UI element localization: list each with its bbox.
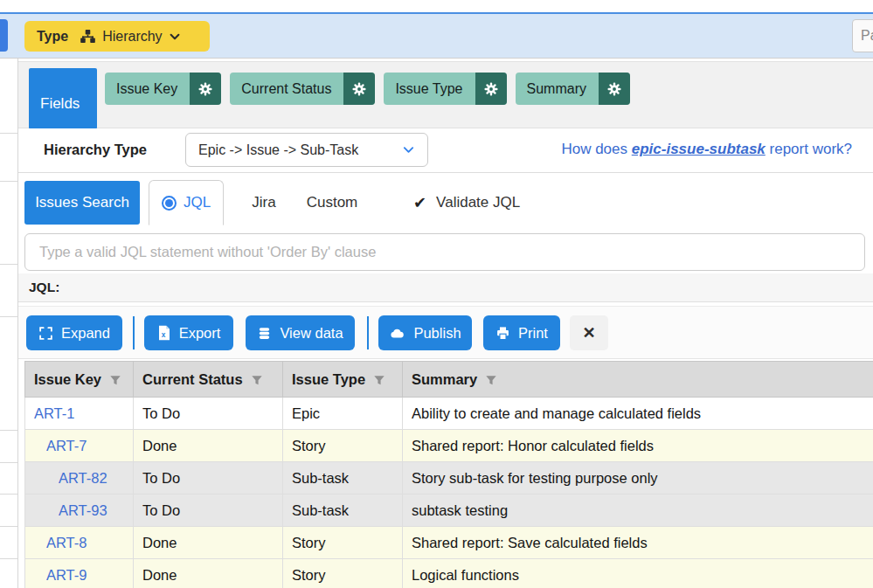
field-chip-issue-key[interactable]: Issue Key (105, 73, 221, 105)
tab-jira[interactable]: Jira (239, 177, 289, 227)
left-panel-row-divider (0, 558, 17, 559)
issues-search-button[interactable]: Issues Search (24, 181, 140, 225)
issue-type-cell: Story (283, 430, 403, 462)
field-chip-summary[interactable]: Summary (516, 73, 630, 105)
table-row: ART-1To DoEpicAbility to create and mana… (25, 398, 873, 430)
issue-key-link[interactable]: ART-1 (34, 405, 74, 421)
view-data-button[interactable]: View data (246, 315, 355, 350)
type-label: Type (37, 29, 68, 45)
toolbar-separator (367, 316, 369, 349)
type-value: Hierarchy (102, 29, 162, 45)
type-toolbar: Type Hierarchy Pa (0, 14, 873, 59)
field-settings-button[interactable] (475, 73, 507, 105)
fields-section: Fields Issue Key Current Status Issue Ty… (18, 61, 873, 128)
issue-type-cell: Sub-task (283, 462, 403, 495)
column-header-summary[interactable]: Summary (403, 362, 873, 398)
print-button[interactable]: Print (483, 315, 560, 350)
view-data-label: View data (280, 325, 343, 342)
left-panel-row-divider (0, 494, 17, 495)
status-cell: To Do (134, 398, 283, 430)
issue-key-cell: ART-8 (25, 527, 134, 559)
field-chip-label: Current Status (230, 73, 343, 105)
validate-jql-button[interactable]: ✔ Validate JQL (413, 177, 520, 227)
column-header-issue-key[interactable]: Issue Key (25, 362, 134, 398)
issue-key-cell: ART-9 (25, 559, 134, 588)
status-cell: Done (134, 430, 283, 462)
field-chip-issue-type[interactable]: Issue Type (384, 73, 506, 105)
help-keyword: epic-issue-subtask (632, 141, 766, 157)
page-button-label: Pa (861, 28, 873, 44)
left-panel-row-divider (0, 181, 17, 182)
field-settings-button[interactable] (190, 73, 221, 105)
top-margin (0, 0, 873, 12)
field-chip-label: Issue Key (105, 73, 190, 105)
report-help-link[interactable]: How does epic-issue-subtask report work? (561, 141, 852, 158)
issue-type-cell: Sub-task (283, 495, 403, 527)
export-excel-icon: x (157, 325, 171, 341)
summary-cell: Ability to create and manage calculated … (403, 398, 873, 430)
gear-icon (351, 81, 367, 97)
jql-statement-input[interactable] (24, 233, 865, 271)
left-panel-row-divider (0, 526, 17, 527)
issue-key-link[interactable]: ART-7 (46, 438, 87, 453)
tab-custom[interactable]: Custom (296, 177, 368, 227)
close-toolbar-button[interactable]: ✕ (570, 315, 608, 350)
tab-jql-active[interactable]: JQL (149, 180, 224, 225)
table-row: ART-8DoneStoryShared report: Save calcul… (25, 527, 873, 559)
table-row: ART-93To DoSub-tasksubtask testing (25, 495, 873, 527)
jql-preview-label: JQL: (29, 280, 59, 295)
gear-icon (197, 81, 213, 97)
publish-label: Publish (413, 325, 461, 342)
validate-jql-label: Validate JQL (436, 194, 520, 211)
fields-button[interactable]: Fields (29, 68, 97, 129)
column-header-issue-type[interactable]: Issue Type (283, 362, 403, 398)
column-label: Summary (412, 371, 477, 387)
filter-icon[interactable] (373, 374, 385, 386)
field-chip-current-status[interactable]: Current Status (230, 73, 375, 105)
page-button-cropped[interactable]: Pa (852, 19, 873, 52)
field-chips: Issue Key Current Status Issue Type Summ… (105, 73, 630, 105)
column-header-current-status[interactable]: Current Status (134, 362, 283, 398)
left-panel-row-divider (0, 264, 17, 265)
expand-button[interactable]: Expand (26, 315, 122, 350)
column-label: Issue Type (292, 371, 365, 387)
hierarchy-type-value: Epic -> Issue -> Sub-Task (198, 142, 358, 158)
filter-icon[interactable] (485, 374, 497, 386)
table-header-row: Issue Key Current Status Issue Type Summ… (25, 362, 873, 398)
radio-selected-icon (162, 196, 177, 211)
field-settings-button[interactable] (599, 73, 630, 105)
issue-key-link[interactable]: ART-8 (46, 535, 87, 550)
filter-icon[interactable] (251, 374, 263, 386)
issue-type-cell: Story (283, 527, 403, 559)
issues-search-tabs: Issues Search JQL Jira Custom ✔ Validate… (18, 177, 873, 227)
issue-key-cell: ART-7 (25, 430, 134, 462)
issue-key-link[interactable]: ART-9 (46, 567, 87, 583)
status-cell: To Do (134, 462, 283, 495)
hierarchy-type-select[interactable]: Epic -> Issue -> Sub-Task (185, 133, 428, 167)
field-settings-button[interactable] (343, 73, 375, 105)
issue-key-link[interactable]: ART-82 (59, 470, 107, 486)
gear-icon (606, 81, 622, 97)
chevron-down-icon (169, 31, 181, 43)
export-label: Export (179, 325, 221, 342)
type-dropdown-button[interactable]: Type Hierarchy (24, 21, 210, 52)
summary-cell: Shared report: Save calculated fields (403, 527, 873, 559)
left-panel-handle[interactable] (0, 19, 8, 52)
export-button[interactable]: x Export (144, 315, 233, 350)
publish-button[interactable]: Publish (378, 315, 472, 350)
left-panel-row-divider (0, 133, 17, 134)
column-label: Issue Key (34, 371, 101, 387)
filter-icon[interactable] (109, 374, 121, 386)
column-label: Current Status (142, 371, 243, 387)
print-label: Print (518, 325, 548, 342)
left-cropped-panel (0, 59, 18, 588)
printer-icon (495, 326, 510, 341)
help-prefix: How does (561, 141, 631, 157)
left-panel-row-divider (0, 430, 17, 431)
table-row: ART-82To DoSub-taskStory sub-task for te… (25, 462, 873, 495)
tab-jql-label: JQL (184, 194, 211, 211)
issue-key-link[interactable]: ART-93 (59, 502, 107, 518)
status-cell: Done (134, 527, 283, 559)
hierarchy-type-label: Hierarchy Type (44, 142, 147, 158)
table-row: ART-9DoneStoryLogical functions (25, 559, 873, 588)
